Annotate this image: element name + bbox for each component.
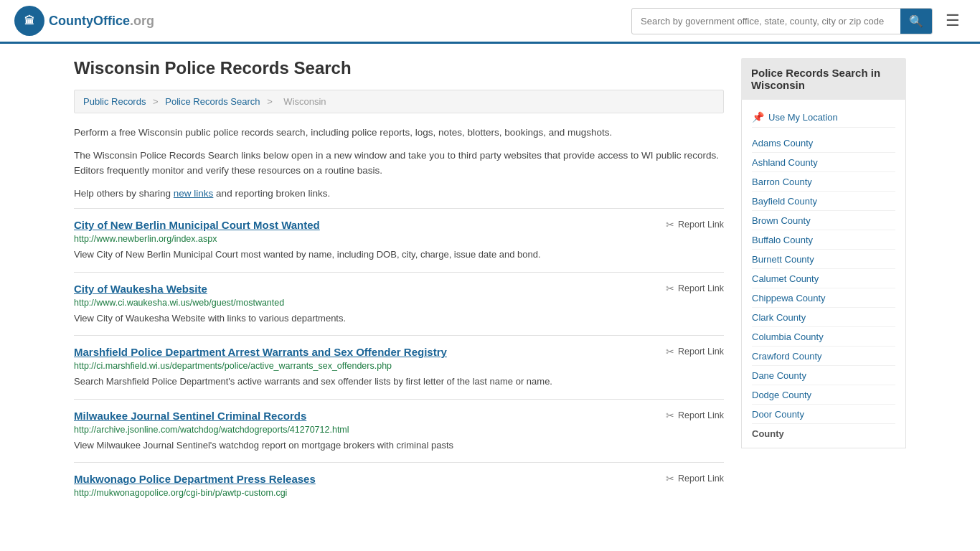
result-url-1: http://www.ci.waukesha.wi.us/web/guest/m…: [74, 298, 724, 308]
list-item: Dane County: [752, 366, 895, 385]
report-link-button-4[interactable]: ✂ Report Link: [666, 473, 724, 484]
report-icon-0: ✂: [666, 219, 674, 230]
report-link-label-2: Report Link: [678, 347, 724, 357]
use-my-location-link[interactable]: Use My Location: [768, 112, 838, 123]
list-item: Door County: [752, 405, 895, 424]
county-link-10[interactable]: Columbia County: [752, 331, 824, 342]
county-link-14[interactable]: Door County: [752, 409, 804, 420]
breadcrumb: Public Records > Police Records Search >…: [74, 90, 724, 113]
county-link-1[interactable]: Ashland County: [752, 157, 818, 168]
report-link-button-0[interactable]: ✂ Report Link: [666, 219, 724, 230]
list-item: Calumet County: [752, 269, 895, 288]
list-item: Ashland County: [752, 153, 895, 172]
result-title-3[interactable]: Milwaukee Journal Sentinel Criminal Reco…: [74, 410, 306, 422]
sidebar-heading: Police Records Search in Wisconsin: [741, 58, 906, 100]
report-link-label-4: Report Link: [678, 474, 724, 484]
list-item: Burnett County: [752, 250, 895, 269]
list-item: Adams County: [752, 133, 895, 153]
search-bar: 🔍: [631, 8, 933, 34]
result-header: City of Waukesha Website ✂ Report Link: [74, 283, 724, 295]
intro-paragraph-2: The Wisconsin Police Records Search link…: [74, 148, 724, 179]
result-desc-2: Search Marshfield Police Department's ac…: [74, 375, 724, 389]
result-url-4: http://mukwonagopolice.org/cgi-bin/p/awt…: [74, 488, 724, 498]
logo-area: 🏛 CountyOffice.org: [14, 6, 154, 36]
report-link-label-0: Report Link: [678, 220, 724, 230]
list-item: Buffalo County: [752, 230, 895, 250]
report-link-label-3: Report Link: [678, 410, 724, 420]
county-list: Adams CountyAshland CountyBarron CountyB…: [752, 133, 895, 424]
county-link-2[interactable]: Barron County: [752, 176, 812, 187]
county-link-4[interactable]: Brown County: [752, 215, 811, 226]
report-icon-2: ✂: [666, 346, 674, 357]
list-item: Brown County: [752, 211, 895, 230]
report-link-button-3[interactable]: ✂ Report Link: [666, 410, 724, 421]
report-icon-3: ✂: [666, 410, 674, 421]
svg-text:🏛: 🏛: [24, 14, 34, 27]
result-header: City of New Berlin Municipal Court Most …: [74, 219, 724, 231]
logo-name: CountyOffice: [49, 14, 130, 28]
result-header: Milwaukee Journal Sentinel Criminal Reco…: [74, 410, 724, 422]
result-url-2: http://ci.marshfield.wi.us/departments/p…: [74, 361, 724, 371]
logo-text: CountyOffice.org: [49, 14, 154, 29]
search-input[interactable]: [632, 10, 900, 32]
breadcrumb-police-records[interactable]: Police Records Search: [165, 96, 260, 107]
county-link-3[interactable]: Bayfield County: [752, 196, 817, 207]
report-icon-4: ✂: [666, 473, 674, 484]
report-link-button-2[interactable]: ✂ Report Link: [666, 346, 724, 357]
county-link-12[interactable]: Dane County: [752, 370, 806, 381]
result-desc-0: View City of New Berlin Municipal Court …: [74, 248, 724, 262]
result-title-0[interactable]: City of New Berlin Municipal Court Most …: [74, 219, 320, 231]
new-links-link[interactable]: new links: [174, 188, 214, 199]
county-link-6[interactable]: Burnett County: [752, 254, 814, 265]
county-link-11[interactable]: Crawford County: [752, 351, 822, 362]
results-container: City of New Berlin Municipal Court Most …: [74, 208, 724, 512]
sidebar: Police Records Search in Wisconsin 📌 Use…: [741, 58, 906, 512]
intro-3-suffix: and reporting broken links.: [213, 188, 330, 199]
result-item: Marshfield Police Department Arrest Warr…: [74, 335, 724, 399]
county-link-8[interactable]: Chippewa County: [752, 293, 826, 303]
breadcrumb-current: Wisconsin: [283, 96, 326, 107]
list-item: Clark County: [752, 308, 895, 327]
county-link-7[interactable]: Calumet County: [752, 273, 819, 284]
list-item: Bayfield County: [752, 192, 895, 211]
breadcrumb-public-records[interactable]: Public Records: [83, 96, 146, 107]
county-link-5[interactable]: Buffalo County: [752, 235, 813, 245]
page-title: Wisconsin Police Records Search: [74, 58, 724, 78]
result-title-1[interactable]: City of Waukesha Website: [74, 283, 207, 295]
list-item: Columbia County: [752, 327, 895, 347]
county-link-9[interactable]: Clark County: [752, 312, 806, 323]
result-title-4[interactable]: Mukwonago Police Department Press Releas…: [74, 473, 316, 485]
search-button[interactable]: 🔍: [900, 9, 932, 34]
logo-org: .org: [130, 14, 154, 28]
result-url-0: http://www.newberlin.org/index.aspx: [74, 234, 724, 244]
list-item: Crawford County: [752, 347, 895, 366]
location-icon: 📌: [752, 111, 764, 123]
report-link-label-1: Report Link: [678, 283, 724, 293]
list-item: Barron County: [752, 172, 895, 192]
list-item: Chippewa County: [752, 288, 895, 308]
use-location[interactable]: 📌 Use My Location: [752, 107, 895, 128]
result-desc-3: View Milwaukee Journal Sentinel's watchd…: [74, 438, 724, 453]
menu-button[interactable]: ☰: [940, 9, 966, 33]
county-link-13[interactable]: Dodge County: [752, 390, 811, 400]
logo-icon: 🏛: [14, 6, 44, 36]
site-header: 🏛 CountyOffice.org 🔍 ☰: [0, 0, 980, 44]
result-item: Milwaukee Journal Sentinel Criminal Reco…: [74, 399, 724, 463]
list-item: Dodge County: [752, 385, 895, 405]
county-link-0[interactable]: Adams County: [752, 138, 813, 149]
breadcrumb-sep-2: >: [267, 96, 275, 107]
main-layout: Wisconsin Police Records Search Public R…: [60, 44, 920, 526]
result-header: Marshfield Police Department Arrest Warr…: [74, 346, 724, 358]
result-item: City of Waukesha Website ✂ Report Link h…: [74, 272, 724, 336]
intro-3-prefix: Help others by sharing: [74, 188, 174, 199]
report-link-button-1[interactable]: ✂ Report Link: [666, 283, 724, 294]
result-header: Mukwonago Police Department Press Releas…: [74, 473, 724, 485]
result-title-2[interactable]: Marshfield Police Department Arrest Warr…: [74, 346, 447, 358]
result-desc-1: View City of Waukesha Website with links…: [74, 311, 724, 326]
content-area: Wisconsin Police Records Search Public R…: [74, 58, 724, 512]
intro-paragraph-3: Help others by sharing new links and rep…: [74, 186, 724, 202]
result-item: City of New Berlin Municipal Court Most …: [74, 208, 724, 272]
report-icon-1: ✂: [666, 283, 674, 294]
result-url-3: http://archive.jsonline.com/watchdog/wat…: [74, 425, 724, 435]
result-item: Mukwonago Police Department Press Releas…: [74, 462, 724, 512]
